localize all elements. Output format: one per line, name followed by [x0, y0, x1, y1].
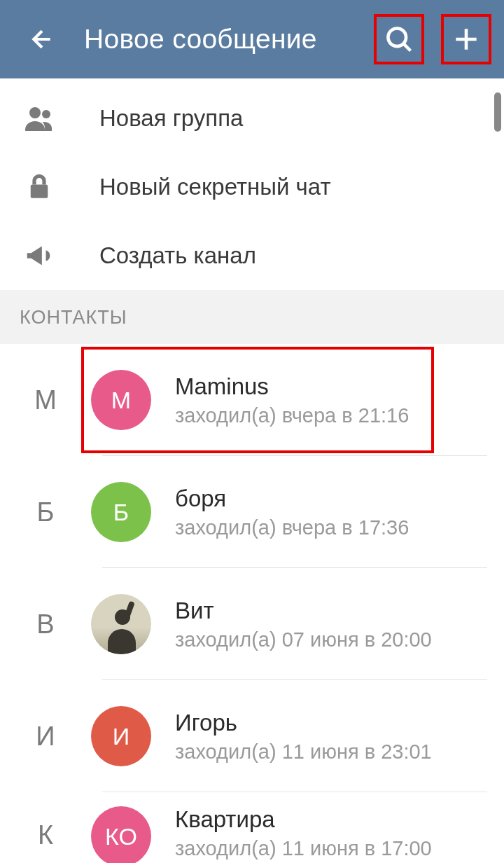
svg-point-1	[29, 107, 41, 118]
group-icon	[20, 99, 59, 138]
new-secret-chat-option[interactable]: Новый секретный чат	[0, 153, 504, 221]
option-label: Создать канал	[99, 242, 256, 269]
contact-item[interactable]: Б Б боря заходил(а) вчера в 17:36	[0, 456, 504, 568]
letter-index: И	[0, 722, 91, 752]
new-group-option[interactable]: Новая группа	[0, 84, 504, 153]
header-actions	[374, 14, 491, 64]
contact-info: Игорь заходил(а) 11 июня в 23:01	[175, 710, 504, 764]
contact-item[interactable]: М М Maminus заходил(а) вчера в 21:16	[0, 344, 504, 456]
contact-name: Maminus	[175, 373, 504, 400]
letter-index: М	[0, 385, 91, 415]
avatar: КО	[91, 806, 151, 863]
search-icon	[384, 24, 414, 55]
contact-status: заходил(а) 11 июня в 23:01	[175, 740, 504, 764]
contact-name: Вит	[175, 598, 504, 624]
contact-info: Maminus заходил(а) вчера в 21:16	[175, 373, 504, 427]
contact-info: Квартира заходил(а) 11 июня в 17:00	[175, 806, 504, 860]
avatar: И	[91, 706, 151, 766]
contacts-section-header: КОНТАКТЫ	[0, 290, 504, 344]
contact-name: Игорь	[175, 710, 504, 736]
avatar: М	[91, 370, 151, 430]
arrow-left-icon	[28, 25, 56, 53]
search-button[interactable]	[374, 14, 424, 64]
option-label: Новая группа	[99, 105, 243, 132]
scrollbar-thumb[interactable]	[494, 92, 501, 132]
page-title: Новое сообщение	[84, 24, 374, 55]
contacts-list: М М Maminus заходил(а) вчера в 21:16 Б Б…	[0, 344, 504, 863]
letter-index: Б	[0, 497, 91, 527]
contact-item[interactable]: В Вит заходил(а) 07 июня в 20:00	[0, 568, 504, 680]
svg-point-0	[388, 28, 406, 46]
svg-point-2	[42, 110, 50, 118]
create-channel-option[interactable]: Создать канал	[0, 221, 504, 290]
option-label: Новый секретный чат	[99, 174, 331, 200]
contact-status: заходил(а) вчера в 17:36	[175, 516, 504, 539]
plus-icon	[451, 24, 482, 55]
letter-index: К	[0, 806, 91, 850]
contact-name: Квартира	[175, 806, 504, 833]
options-list: Новая группа Новый секретный чат Создать…	[0, 78, 504, 290]
megaphone-icon	[20, 236, 59, 275]
contact-status: заходил(а) 11 июня в 17:00	[175, 837, 504, 860]
contact-item[interactable]: И И Игорь заходил(а) 11 июня в 23:01	[0, 680, 504, 792]
back-button[interactable]	[28, 25, 56, 53]
contact-info: боря заходил(а) вчера в 17:36	[175, 485, 504, 539]
svg-rect-3	[31, 185, 48, 198]
avatar	[91, 594, 151, 654]
letter-index: В	[0, 609, 91, 640]
contact-name: боря	[175, 485, 504, 512]
add-button[interactable]	[441, 14, 491, 64]
app-header: Новое сообщение	[0, 0, 504, 78]
contact-item[interactable]: К КО Квартира заходил(а) 11 июня в 17:00	[0, 792, 504, 863]
contact-info: Вит заходил(а) 07 июня в 20:00	[175, 598, 504, 651]
contact-status: заходил(а) вчера в 21:16	[175, 404, 504, 427]
lock-icon	[20, 167, 59, 207]
contact-status: заходил(а) 07 июня в 20:00	[175, 628, 504, 651]
avatar: Б	[91, 482, 151, 542]
